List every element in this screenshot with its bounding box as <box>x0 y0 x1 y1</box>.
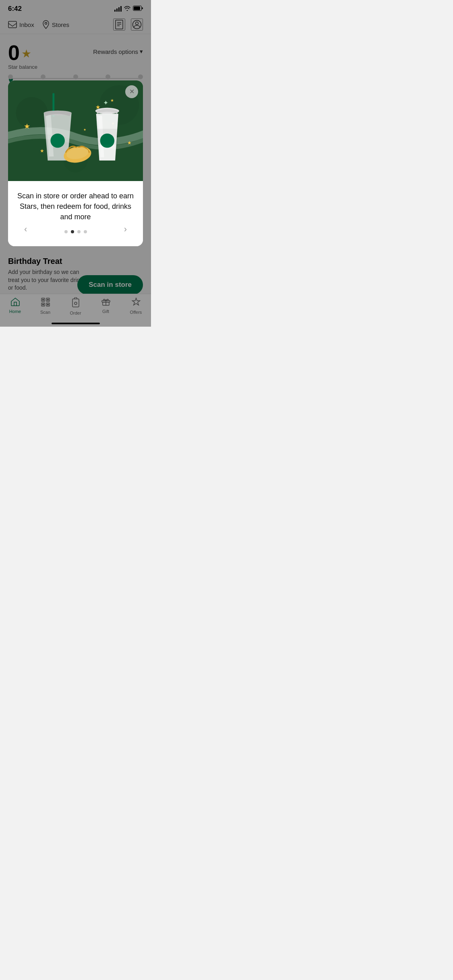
modal-dot-1 <box>64 230 68 233</box>
modal-dot-4 <box>84 230 87 233</box>
modal-card: ✕ ★ ★ ★ ★ ★ ★ ★ ★ <box>8 80 143 246</box>
svg-text:★: ★ <box>110 98 114 103</box>
modal-nav: ‹ › <box>16 222 135 240</box>
modal-dot-2 <box>71 230 74 233</box>
modal-close-button[interactable]: ✕ <box>125 85 138 98</box>
modal-next-button[interactable]: › <box>119 222 132 236</box>
svg-text:★: ★ <box>83 128 86 132</box>
modal-dot-3 <box>77 230 81 233</box>
svg-text:★: ★ <box>24 122 30 130</box>
svg-text:★: ★ <box>127 140 132 146</box>
modal-body: Scan in store or order ahead to earn Sta… <box>8 181 143 246</box>
modal-dots <box>64 230 87 233</box>
modal-image: ✕ ★ ★ ★ ★ ★ ★ ★ ★ <box>8 80 143 181</box>
modal-prev-button[interactable]: ‹ <box>19 222 32 236</box>
modal-overlay: ✕ ★ ★ ★ ★ ★ ★ ★ ★ <box>0 0 151 327</box>
modal-body-text: Scan in store or order ahead to earn Sta… <box>16 191 135 222</box>
svg-text:★: ★ <box>40 148 44 154</box>
modal-illustration: ★ ★ ★ ★ ★ ★ ★ ★ <box>8 80 143 181</box>
svg-text:✦: ✦ <box>103 99 108 106</box>
svg-point-11 <box>16 97 48 129</box>
svg-point-23 <box>50 134 64 148</box>
